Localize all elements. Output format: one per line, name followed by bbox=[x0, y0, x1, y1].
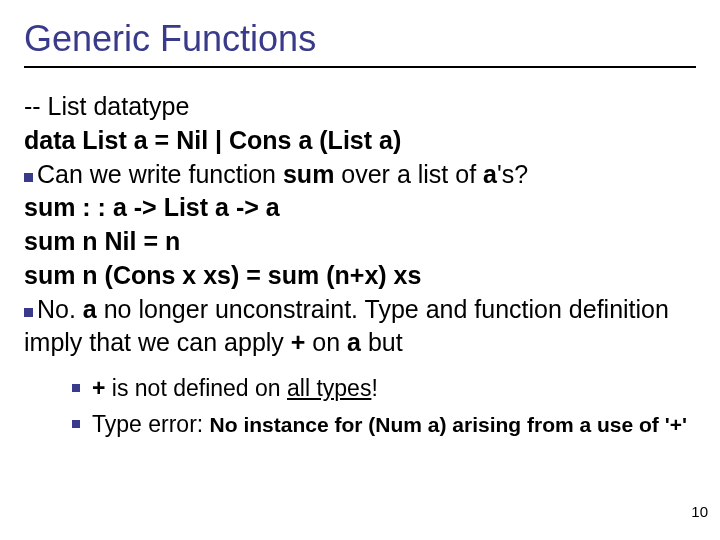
bullet-question: Can we write function sum over a list of… bbox=[24, 158, 696, 192]
slide: Generic Functions -- List datatype data … bbox=[0, 0, 720, 540]
square-bullet-icon bbox=[72, 420, 80, 428]
op-plus: + bbox=[92, 375, 105, 401]
text: is not defined on bbox=[105, 375, 287, 401]
text: No. bbox=[37, 295, 83, 323]
text: data List bbox=[24, 126, 134, 154]
type-var-a: a bbox=[266, 193, 280, 221]
text: over a list of bbox=[334, 160, 483, 188]
code-data-def: data List a = Nil | Cons a (List a) bbox=[24, 124, 696, 158]
text: ) bbox=[393, 126, 401, 154]
text: sum n Nil = n bbox=[24, 227, 180, 255]
type-var-a: a bbox=[347, 328, 361, 356]
type-var-a: a bbox=[215, 193, 229, 221]
text: = Nil | Cons bbox=[148, 126, 299, 154]
type-var-a: a bbox=[113, 193, 127, 221]
type-var-a: a bbox=[483, 160, 497, 188]
text: ! bbox=[371, 375, 377, 401]
text: 's? bbox=[497, 160, 528, 188]
list-item: Type error: No instance for (Num a) aris… bbox=[72, 410, 696, 440]
text: -> bbox=[229, 193, 266, 221]
type-var-a: a bbox=[134, 126, 148, 154]
code-eq-nil: sum n Nil = n bbox=[24, 225, 696, 259]
slide-title: Generic Functions bbox=[24, 18, 696, 60]
code-sig: sum : : a -> List a -> a bbox=[24, 191, 696, 225]
page-number: 10 bbox=[691, 503, 708, 520]
title-underline bbox=[24, 66, 696, 68]
text: on bbox=[305, 328, 347, 356]
square-bullet-icon bbox=[24, 173, 33, 182]
text: Can we write function bbox=[37, 160, 283, 188]
underlined-text: all types bbox=[287, 375, 371, 401]
text: sum n (Cons x xs) = sum (n bbox=[24, 261, 350, 289]
error-message: No instance for (Num a) arising from a u… bbox=[210, 413, 687, 436]
text: sum : : bbox=[24, 193, 113, 221]
bullet-answer: No. a no longer unconstraint. Type and f… bbox=[24, 293, 696, 361]
text: but bbox=[361, 328, 403, 356]
text: x) xs bbox=[364, 261, 421, 289]
text: -> List bbox=[127, 193, 215, 221]
type-var-a: a bbox=[298, 126, 312, 154]
code-eq-cons: sum n (Cons x xs) = sum (n+x) xs bbox=[24, 259, 696, 293]
slide-body: -- List datatype data List a = Nil | Con… bbox=[24, 90, 696, 440]
op-plus: + bbox=[291, 328, 306, 356]
op-plus: + bbox=[350, 261, 365, 289]
list-item: + is not defined on all types! bbox=[72, 374, 696, 404]
func-sum: sum bbox=[283, 160, 334, 188]
code-comment: -- List datatype bbox=[24, 90, 696, 124]
type-var-a: a bbox=[379, 126, 393, 154]
sub-bullet-list: + is not defined on all types! Type erro… bbox=[24, 374, 696, 440]
text: (List bbox=[312, 126, 379, 154]
text: Type error: bbox=[92, 411, 210, 437]
type-var-a: a bbox=[83, 295, 97, 323]
square-bullet-icon bbox=[24, 308, 33, 317]
square-bullet-icon bbox=[72, 384, 80, 392]
